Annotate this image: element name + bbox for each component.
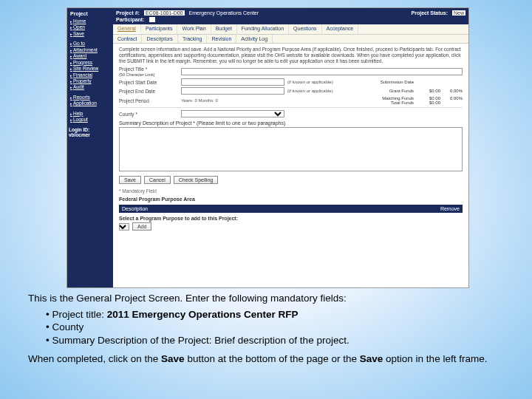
sidebar-group-4: Help Logout [69, 111, 112, 123]
login-label: Login ID: [69, 127, 112, 132]
sidebar: Project Home Open Save Go to Attachment … [67, 8, 113, 287]
col-description: Description [122, 206, 440, 211]
status-value: New [452, 10, 466, 16]
nav-financial[interactable]: Financial [69, 72, 112, 78]
tab-contract[interactable]: Contract [113, 35, 142, 43]
nav-progress[interactable]: Progress [69, 60, 112, 66]
start-input[interactable] [181, 78, 284, 86]
tab-funding[interactable]: Funding Allocation [237, 24, 289, 34]
tab-questions[interactable]: Questions [289, 24, 322, 34]
caption-list: Project title: 2011 Emergency Operations… [28, 308, 508, 347]
nav-attachment[interactable]: Attachment [69, 47, 112, 53]
purpose-select-label: Select a Program Purpose to add to this … [119, 216, 463, 221]
nav-property[interactable]: Property [69, 78, 112, 84]
grant-pct: 0.00% [445, 89, 463, 93]
save-button[interactable]: Save [119, 176, 141, 184]
tabs-primary: General Participants Work Plan Budget Fu… [113, 24, 468, 35]
proj-num-label: Project #: [116, 10, 140, 16]
tab-general[interactable]: General [113, 24, 141, 34]
caption-intro: This is the General Project Screen. Ente… [28, 293, 347, 304]
nav-save[interactable]: Save [69, 31, 112, 37]
divider [119, 107, 463, 108]
tab-budget[interactable]: Budget [211, 24, 237, 34]
intro-text: Complete screen information and save. Ad… [119, 47, 463, 64]
sidebar-group-2: Go to Attachment Award Progress Site Rev… [69, 41, 112, 91]
cancel-button[interactable]: Cancel [144, 176, 171, 184]
purpose-select[interactable] [119, 223, 129, 231]
end-label: Project End Date [119, 89, 178, 94]
total-amount: $0.00 [418, 100, 440, 105]
proj-name: Emergency Operations Center [189, 10, 259, 16]
grant-label: Grant Funds [369, 89, 414, 93]
nav-help[interactable]: Help [69, 111, 112, 117]
county-select[interactable] [181, 110, 284, 117]
sidebar-group-1: Home Open Save [69, 18, 112, 37]
bullet-title: Project title: 2011 Emergency Operations… [46, 308, 508, 321]
federal-header: Federal Program Purpose Area [119, 197, 463, 202]
grant-amount: $0.00 [418, 89, 440, 93]
add-row: Add [119, 222, 463, 231]
total-label: Total Funds [369, 100, 414, 105]
bullet-county: County [46, 321, 508, 334]
end-input[interactable] [181, 87, 284, 95]
slide: Project Home Open Save Go to Attachment … [0, 0, 532, 399]
check-spelling-button[interactable]: Check Spelling [174, 176, 219, 184]
content-area: Complete screen information and save. Ad… [113, 44, 468, 287]
row-title: Project Title * (50 Character Limit) [119, 66, 463, 77]
county-label: County * [119, 112, 178, 117]
nav-reports[interactable]: Reports [69, 95, 112, 100]
sidebar-group-3: Reports Application [69, 95, 112, 107]
col-remove: Remove [440, 206, 460, 211]
bullet-summary: Summary Description of the Project: Brie… [46, 334, 508, 347]
row-start: Project Start Date (if known or applicab… [119, 78, 463, 86]
nav-award[interactable]: Award [69, 53, 112, 59]
summary-textarea[interactable] [119, 127, 463, 171]
tab-revision[interactable]: Revision [207, 35, 236, 43]
status-label: Project Status: [412, 10, 448, 16]
period-label: Project Period [119, 98, 178, 103]
nav-site-review[interactable]: Site Review [69, 66, 112, 72]
nav-open[interactable]: Open [69, 24, 112, 30]
tab-acceptance[interactable]: Acceptance [322, 24, 359, 34]
title-input[interactable] [181, 68, 463, 75]
closing-save1: Save [161, 353, 185, 364]
row-county: County * [119, 110, 463, 117]
app-screenshot: Project Home Open Save Go to Attachment … [66, 7, 469, 288]
tab-descriptors[interactable]: Descriptors [142, 35, 177, 43]
tab-tracking[interactable]: Tracking [178, 35, 208, 43]
tab-participants[interactable]: Participants [141, 24, 178, 34]
participant-label: Participant: [116, 17, 145, 22]
row-end: Project End Date (if known or applicable… [119, 87, 463, 95]
mandatory-note: * Mandatory Field [119, 188, 463, 194]
tabs-secondary: Contract Descriptors Tracking Revision A… [113, 35, 468, 44]
closing-save2: Save [360, 353, 383, 364]
right-submission: Submission Date [369, 80, 463, 84]
closing-3: option in the left frame. [383, 353, 487, 364]
start-label: Project Start Date [119, 80, 178, 85]
tab-activity-log[interactable]: Activity Log [236, 35, 273, 43]
nav-goto[interactable]: Go to [69, 41, 112, 47]
buttons-row: Save Cancel Check Spelling [119, 176, 463, 184]
caption-text: This is the General Project Screen. Ente… [28, 292, 508, 366]
purpose-table-header: Description Remove [119, 205, 463, 213]
participant-value [149, 17, 155, 22]
nav-audit[interactable]: Audit [69, 84, 112, 90]
start-hint: (if known or applicable) [287, 80, 333, 84]
summary-label: Summary Description of Project * (Please… [119, 120, 463, 126]
period-val: Years: 0 Months: 0 [181, 98, 218, 103]
closing-1: When completed, click on the [28, 353, 161, 364]
tab-workplan[interactable]: Work Plan [177, 24, 211, 34]
nav-logout[interactable]: Logout [69, 117, 112, 123]
row-period: Project Period Years: 0 Months: 0 Matchi… [119, 96, 463, 105]
topbar: Project #: EC08-1001-D00 Emergency Opera… [113, 8, 468, 24]
closing-2: button at the bottom of the page or the [185, 353, 360, 364]
proj-num-value: EC08-1001-D00 [144, 10, 185, 16]
title-label: Project Title * [119, 66, 147, 72]
nav-application[interactable]: Application [69, 100, 112, 106]
end-hint: (if known or applicable) [287, 89, 333, 93]
add-button[interactable]: Add [132, 222, 151, 231]
sidebar-header: Project [69, 10, 112, 18]
nav-home[interactable]: Home [69, 18, 112, 24]
login-info: Login ID: vblocmer [69, 127, 112, 137]
main-panel: Project #: EC08-1001-D00 Emergency Opera… [113, 8, 468, 287]
